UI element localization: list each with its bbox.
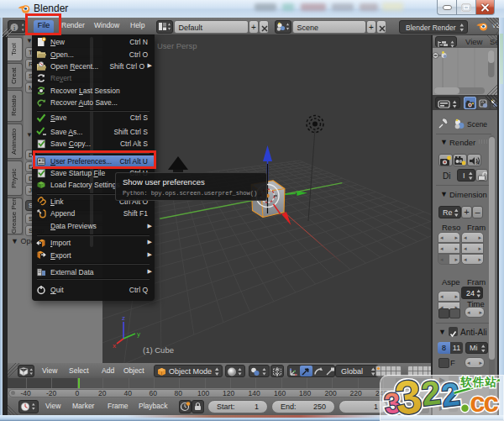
- svg-text:x: x: [113, 342, 116, 350]
- svg-text:2: 2: [439, 376, 461, 413]
- svg-text:z: z: [122, 314, 125, 322]
- svg-text:软件站: 软件站: [459, 376, 497, 388]
- svg-text:cc: cc: [470, 387, 498, 418]
- svg-text:User Persp: User Persp: [157, 41, 197, 50]
- svg-text:(1) Cube: (1) Cube: [143, 345, 174, 355]
- svg-text:A: A: [476, 161, 480, 166]
- svg-text:y: y: [137, 330, 140, 338]
